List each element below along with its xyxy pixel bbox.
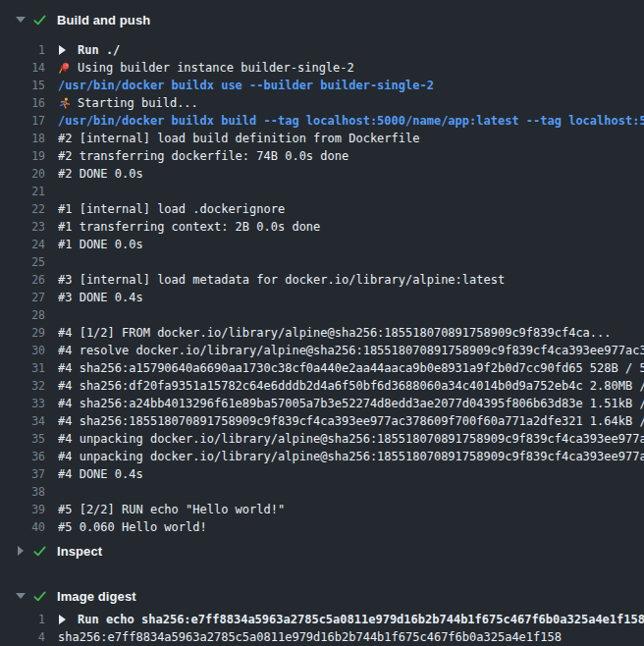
- line-number[interactable]: 1: [0, 611, 45, 628]
- line-number[interactable]: 1: [0, 41, 45, 59]
- line-number[interactable]: 31: [0, 359, 45, 377]
- line-number[interactable]: 29: [0, 324, 45, 342]
- line-text: #3 DONE 0.4s: [58, 289, 143, 306]
- line-text: #4 sha256:a15790640a6690aa1730c38cf0a440…: [58, 359, 644, 377]
- line-number[interactable]: 39: [0, 501, 45, 518]
- log-line: 17 /usr/bin/docker buildx build --tag lo…: [0, 112, 644, 130]
- line-content: #4 sha256:a15790640a6690aa1730c38cf0a440…: [58, 359, 644, 377]
- step-header-image-digest[interactable]: Image digest: [0, 586, 644, 606]
- line-content: #1 transferring context: 2B 0.0s done: [58, 218, 644, 236]
- line-number[interactable]: 22: [0, 200, 45, 218]
- line-number[interactable]: 37: [0, 465, 45, 483]
- step-header-inspect[interactable]: Inspect: [0, 541, 644, 561]
- line-number[interactable]: 33: [0, 395, 45, 412]
- line-number[interactable]: 38: [0, 483, 45, 501]
- log-line: 33 #4 sha256:a24bb4013296f61e89ba57005a7…: [0, 395, 644, 412]
- icon-slot: [58, 615, 74, 624]
- line-number[interactable]: 4: [0, 628, 45, 646]
- line-text: #4 DONE 0.4s: [58, 465, 143, 483]
- line-content: #4 sha256:185518070891758909c9f839cf4ca3…: [58, 412, 644, 430]
- play-icon[interactable]: [59, 615, 66, 624]
- line-text: /usr/bin/docker buildx use --builder bui…: [58, 77, 434, 94]
- line-content: #5 0.060 Hello world!: [58, 518, 644, 536]
- step-header-build-and-push[interactable]: Build and push: [0, 10, 644, 29]
- log-viewer: Build and push 1 Run ./ 14: [0, 0, 644, 646]
- step-section-inspect: Inspect: [0, 541, 644, 561]
- log-line: 40 #5 0.060 Hello world!: [0, 518, 644, 536]
- line-text: #2 DONE 0.0s: [58, 165, 143, 183]
- line-content: #2 transferring dockerfile: 74B 0.0s don…: [58, 147, 644, 165]
- line-text: #2 transferring dockerfile: 74B 0.0s don…: [58, 147, 349, 165]
- line-number[interactable]: 27: [0, 289, 45, 306]
- line-text: #4 sha256:a24bb4013296f61e89ba57005a7b3e…: [58, 395, 644, 412]
- line-number[interactable]: 30: [0, 342, 45, 359]
- line-content: #4 sha256:df20fa9351a15782c64e6dddb2d4a6…: [58, 377, 644, 395]
- line-number[interactable]: 14: [0, 59, 45, 77]
- log-line: 26 #3 [internal] load metadata for docke…: [0, 271, 644, 289]
- line-number[interactable]: 25: [0, 253, 45, 271]
- log-line: 28: [0, 306, 644, 324]
- pushpin-icon: [58, 62, 71, 75]
- line-number[interactable]: 32: [0, 377, 45, 395]
- icon-slot: [58, 97, 74, 110]
- log-line: 36 #4 unpacking docker.io/library/alpine…: [0, 448, 644, 465]
- line-content: #1 DONE 0.0s: [58, 236, 644, 253]
- line-text: #4 resolve docker.io/library/alpine@sha2…: [58, 342, 644, 359]
- line-number[interactable]: 20: [0, 165, 45, 183]
- line-content: Starting build...: [58, 94, 644, 112]
- check-icon: [32, 544, 47, 559]
- step-section-build-and-push: Build and push 1 Run ./ 14: [0, 10, 644, 541]
- line-text: #4 sha256:185518070891758909c9f839cf4ca3…: [58, 412, 644, 430]
- line-text: Using builder instance builder-single-2: [78, 59, 354, 77]
- log-line: 22 #1 [internal] load .dockerignore: [0, 200, 644, 218]
- log-line: 35 #4 unpacking docker.io/library/alpine…: [0, 430, 644, 448]
- line-number[interactable]: 17: [0, 112, 45, 130]
- chevron-slot: [16, 546, 26, 556]
- line-content: #2 DONE 0.0s: [58, 165, 644, 183]
- step-title: Inspect: [57, 544, 102, 559]
- line-content: #4 unpacking docker.io/library/alpine@sh…: [58, 430, 644, 448]
- line-text: #1 DONE 0.0s: [58, 236, 143, 253]
- line-number[interactable]: 35: [0, 430, 45, 448]
- log-line: 30 #4 resolve docker.io/library/alpine@s…: [0, 342, 644, 359]
- line-content: sha256:e7ff8834a5963a2785c5a0811e979d16b…: [58, 628, 644, 646]
- line-number[interactable]: 23: [0, 218, 45, 236]
- line-number[interactable]: 34: [0, 412, 45, 430]
- log-line: 27 #3 DONE 0.4s: [0, 289, 644, 306]
- play-icon[interactable]: [59, 45, 66, 55]
- line-number[interactable]: 18: [0, 130, 45, 147]
- log-line: 19 #2 transferring dockerfile: 74B 0.0s …: [0, 147, 644, 165]
- line-text: sha256:e7ff8834a5963a2785c5a0811e979d16b…: [58, 628, 562, 646]
- line-number[interactable]: 40: [0, 518, 45, 536]
- line-number[interactable]: 19: [0, 147, 45, 165]
- line-content: #4 [1/2] FROM docker.io/library/alpine@s…: [58, 324, 644, 342]
- line-content: #3 [internal] load metadata for docker.i…: [58, 271, 644, 289]
- log-line: 37 #4 DONE 0.4s: [0, 465, 644, 483]
- log-line: 15 /usr/bin/docker buildx use --builder …: [0, 77, 644, 94]
- log-line: 25: [0, 253, 644, 271]
- line-content: #3 DONE 0.4s: [58, 289, 644, 306]
- chevron-right-icon: [18, 546, 24, 556]
- log-line: 21: [0, 183, 644, 200]
- line-number[interactable]: 36: [0, 448, 45, 465]
- line-number[interactable]: 15: [0, 77, 45, 94]
- log-line: 23 #1 transferring context: 2B 0.0s done: [0, 218, 644, 236]
- line-content: Run echo sha256:e7ff8834a5963a2785c5a081…: [58, 611, 644, 628]
- line-text: #1 [internal] load .dockerignore: [58, 200, 285, 218]
- check-icon: [32, 589, 47, 604]
- line-number[interactable]: 16: [0, 94, 45, 112]
- log-line: 14 Using builder instance builder-single…: [0, 59, 644, 77]
- check-icon: [32, 13, 47, 27]
- line-number[interactable]: 24: [0, 236, 45, 253]
- chevron-slot: [16, 593, 26, 599]
- line-number[interactable]: 21: [0, 183, 45, 200]
- log-line: 34 #4 sha256:185518070891758909c9f839cf4…: [0, 412, 644, 430]
- line-number[interactable]: 26: [0, 271, 45, 289]
- log-line: 29 #4 [1/2] FROM docker.io/library/alpin…: [0, 324, 644, 342]
- line-number[interactable]: 28: [0, 306, 45, 324]
- step-section-image-digest: Image digest 1 Run echo sha256:e7ff8834a…: [0, 586, 644, 646]
- line-content: #4 resolve docker.io/library/alpine@sha2…: [58, 342, 644, 359]
- line-content: #5 [2/2] RUN echo "Hello world!": [58, 501, 644, 518]
- line-content: #1 [internal] load .dockerignore: [58, 200, 644, 218]
- step-title: Image digest: [57, 589, 136, 604]
